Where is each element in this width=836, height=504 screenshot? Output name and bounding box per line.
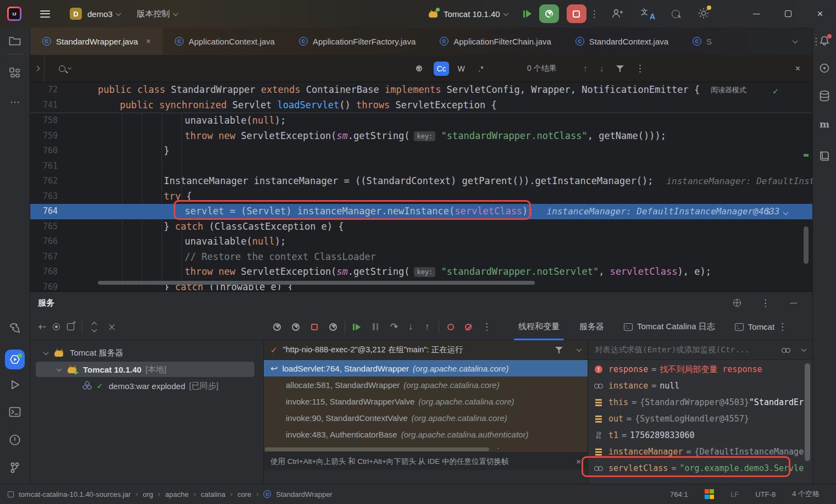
maven-icon[interactable]: m bbox=[820, 119, 829, 130]
vcs-menu[interactable]: 版本控制 bbox=[137, 9, 170, 19]
add-user-icon[interactable] bbox=[611, 8, 623, 19]
variable-row[interactable]: instanceManager={DefaultInstanceManager@… bbox=[588, 444, 804, 460]
watch-input[interactable]: 对表达式求值(Enter)或添加监视(Ctr... bbox=[595, 345, 774, 355]
line-number[interactable]: 760 bbox=[30, 143, 98, 159]
line-number[interactable]: 765 bbox=[30, 219, 98, 235]
open-each-in-new-tab-icon[interactable] bbox=[63, 320, 77, 334]
indent-setting[interactable]: 4 个空格 bbox=[792, 489, 820, 499]
show-services-icon[interactable] bbox=[49, 320, 63, 334]
main-menu-icon[interactable] bbox=[40, 10, 50, 18]
next-occurrence-icon[interactable]: ↓ bbox=[600, 64, 604, 74]
watch-expression-bar[interactable]: 对表达式求值(Enter)或添加监视(Ctr... bbox=[588, 340, 812, 360]
code-line[interactable]: 760} bbox=[30, 143, 812, 159]
breadcrumb-item[interactable]: core bbox=[237, 490, 251, 499]
thread-selector[interactable]: ✓ "http-nio-888-exec-2"@3,212 在组"main": … bbox=[264, 340, 588, 360]
search-filter-icon[interactable] bbox=[616, 65, 624, 73]
step-out-icon[interactable]: ↑ bbox=[420, 320, 434, 334]
tabs-more-icon[interactable]: ⋮ bbox=[774, 321, 790, 333]
line-number[interactable]: 766 bbox=[30, 234, 98, 250]
tree-row[interactable]: Tomcat 10.1.40[本地] bbox=[30, 361, 263, 378]
ai-assistant-icon[interactable] bbox=[819, 63, 830, 75]
code-line[interactable]: 758unavailable(null); bbox=[30, 113, 812, 129]
expand-search-icon[interactable] bbox=[30, 55, 45, 82]
debugger-tab[interactable]: Tomcat Catalina 日志 bbox=[616, 314, 723, 340]
code-line[interactable]: 761 bbox=[30, 159, 812, 174]
close-tab-icon[interactable]: × bbox=[146, 37, 151, 46]
close-button[interactable]: × bbox=[804, 0, 836, 27]
tab-options-icon[interactable]: ⋮ bbox=[808, 36, 824, 47]
redeploy-icon[interactable] bbox=[326, 320, 340, 334]
translate-icon[interactable]: 文 A bbox=[641, 8, 654, 19]
close-search-icon[interactable]: × bbox=[795, 64, 800, 74]
editor-hscrollbar[interactable] bbox=[98, 281, 535, 285]
stack-frame[interactable]: allocate:581, StandardWrapper(org.apache… bbox=[264, 376, 588, 393]
code-line[interactable]: 72public class StandardWrapper extends C… bbox=[30, 82, 812, 98]
code-line[interactable]: 768throw new ServletException(sm.getStri… bbox=[30, 264, 812, 280]
line-number[interactable]: 769 bbox=[30, 280, 98, 291]
more-run-actions-icon[interactable]: ⋮ bbox=[586, 8, 602, 20]
services-tool-window-icon-active[interactable] bbox=[5, 350, 25, 369]
step-into-icon[interactable]: ↓ bbox=[403, 320, 418, 334]
editor-tab[interactable]: CStandardWrapper.java× bbox=[30, 27, 163, 55]
editor-tab[interactable]: CStandardContext.java bbox=[563, 27, 680, 55]
mute-breakpoints-icon[interactable] bbox=[461, 320, 475, 334]
line-number[interactable]: 763 bbox=[30, 189, 98, 204]
expand-all-icon[interactable] bbox=[87, 320, 101, 334]
debugger-tab[interactable]: 服务器 bbox=[572, 314, 612, 340]
panel-options-icon[interactable]: ⋮ bbox=[757, 297, 773, 309]
project-folder-icon[interactable] bbox=[9, 36, 21, 47]
variable-row[interactable]: !response=找不到局部变量 response bbox=[588, 361, 804, 378]
search-everywhere-icon[interactable] bbox=[672, 10, 680, 18]
add-watch-icon[interactable] bbox=[782, 348, 790, 352]
code-line[interactable]: 766unavailable(null); bbox=[30, 234, 812, 250]
chevron-down-icon[interactable] bbox=[43, 350, 49, 355]
stack-frame[interactable]: invoke:115, StandardWrapperValve(org.apa… bbox=[264, 393, 588, 409]
tree-row[interactable]: Tomcat 服务器 bbox=[30, 345, 263, 361]
code-line[interactable]: 763try { bbox=[30, 189, 812, 204]
debugger-tab[interactable]: 线程和变量 bbox=[511, 314, 567, 340]
breadcrumb-item[interactable]: apache bbox=[165, 490, 189, 499]
line-number[interactable]: 768 bbox=[30, 264, 98, 280]
structure-icon[interactable] bbox=[9, 67, 21, 80]
project-name[interactable]: demo3 bbox=[87, 9, 113, 19]
reader-mode-button[interactable]: 阅读器模式 bbox=[711, 85, 746, 95]
code-line[interactable]: 765} catch (ClassCastException e) { bbox=[30, 219, 812, 235]
tab-list-chevron-icon[interactable] bbox=[793, 38, 798, 43]
breadcrumb-item[interactable]: org bbox=[143, 490, 153, 499]
resume-program-icon[interactable] bbox=[350, 320, 364, 334]
variable-row[interactable]: out={SystemLogHandler@4557} bbox=[588, 411, 804, 427]
more-tool-windows-icon[interactable]: ⋯ bbox=[10, 96, 20, 108]
code-line[interactable]: 741public synchronized Servlet loadServl… bbox=[30, 98, 812, 113]
frames-filter-icon[interactable] bbox=[555, 346, 563, 354]
thread-chevron-icon[interactable] bbox=[577, 346, 582, 352]
file-encoding[interactable]: UTF-8 bbox=[755, 490, 776, 499]
editor-tab[interactable]: CApplicationFilterChain.java bbox=[428, 27, 563, 55]
step-over-icon[interactable]: ↷ bbox=[387, 320, 401, 334]
variable-row[interactable]: servletClass="org.example.demo3.Servlet1… bbox=[588, 460, 804, 477]
line-number[interactable]: 762 bbox=[30, 174, 98, 189]
documentation-icon[interactable] bbox=[819, 151, 830, 163]
code-line[interactable]: 767// Restore the context ClassLoader bbox=[30, 250, 812, 265]
rerun-debug-icon[interactable] bbox=[289, 320, 303, 334]
inline-hint-chevron-icon[interactable] bbox=[783, 210, 789, 215]
scrollbar-thumb[interactable] bbox=[804, 226, 809, 264]
stack-frame[interactable]: invoke:483, AuthenticatorBase(org.apache… bbox=[264, 426, 588, 442]
settings-gear-icon[interactable] bbox=[697, 7, 710, 21]
code-editor[interactable]: 72public class StandardWrapper extends C… bbox=[30, 82, 812, 290]
debug-icon[interactable] bbox=[523, 10, 532, 18]
search-history-icon[interactable] bbox=[412, 62, 426, 76]
problems-icon[interactable] bbox=[9, 434, 21, 447]
add-service-icon[interactable]: + bbox=[35, 320, 49, 334]
code-line[interactable]: 764servlet = (Servlet) instanceManager.n… bbox=[30, 204, 812, 219]
line-number[interactable]: 767 bbox=[30, 250, 98, 265]
frames-hscrollbar[interactable] bbox=[265, 447, 489, 451]
close-hint-icon[interactable]: × bbox=[576, 457, 581, 466]
line-number[interactable]: 72 bbox=[30, 82, 98, 98]
line-number[interactable]: 758 bbox=[30, 113, 98, 129]
tree-row[interactable]: ✓demo3:war exploded[已同步] bbox=[30, 378, 263, 394]
update-running-app-button[interactable] bbox=[539, 4, 559, 23]
regex-toggle[interactable]: .* bbox=[473, 62, 489, 76]
windows-defender-icon[interactable] bbox=[705, 489, 715, 499]
run-config-selector[interactable]: Tomcat 10.1.40 bbox=[444, 9, 500, 19]
editor-tab[interactable]: CS bbox=[680, 27, 724, 55]
